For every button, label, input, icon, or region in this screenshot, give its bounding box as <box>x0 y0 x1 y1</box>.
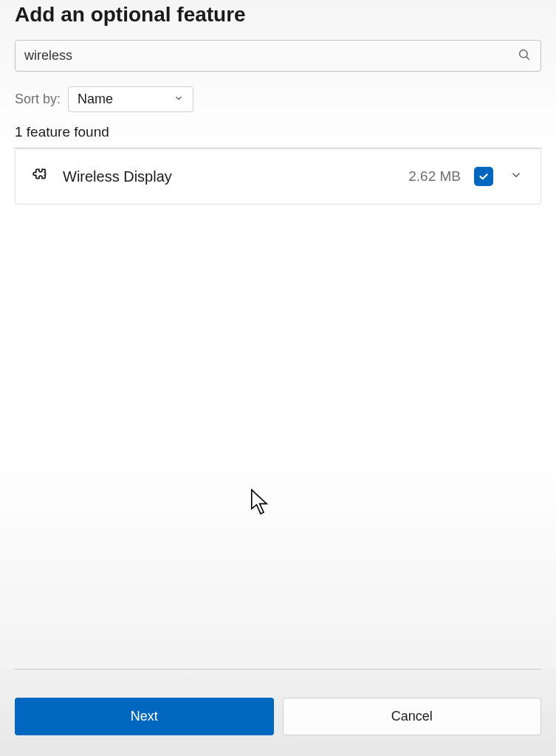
cancel-button[interactable]: Cancel <box>283 698 542 735</box>
feature-row[interactable]: Wireless Display 2.62 MB <box>16 149 540 204</box>
chevron-down-icon[interactable] <box>507 165 526 188</box>
puzzle-icon <box>30 165 49 188</box>
sort-value: Name <box>78 92 113 107</box>
feature-size: 2.62 MB <box>408 168 461 185</box>
feature-card: Wireless Display 2.62 MB <box>15 148 541 205</box>
search-input[interactable] <box>15 40 541 72</box>
sort-dropdown[interactable]: Name <box>68 86 193 112</box>
feature-checkbox[interactable] <box>474 167 493 186</box>
feature-name: Wireless Display <box>63 168 395 185</box>
chevron-down-icon <box>174 93 184 106</box>
search-container <box>15 40 541 72</box>
next-button[interactable]: Next <box>15 698 274 735</box>
sort-row: Sort by: Name <box>15 86 541 112</box>
footer: Next Cancel <box>0 670 556 756</box>
result-count: 1 feature found <box>15 124 541 140</box>
sort-by-label: Sort by: <box>15 92 61 107</box>
dialog-title: Add an optional feature <box>15 3 541 27</box>
